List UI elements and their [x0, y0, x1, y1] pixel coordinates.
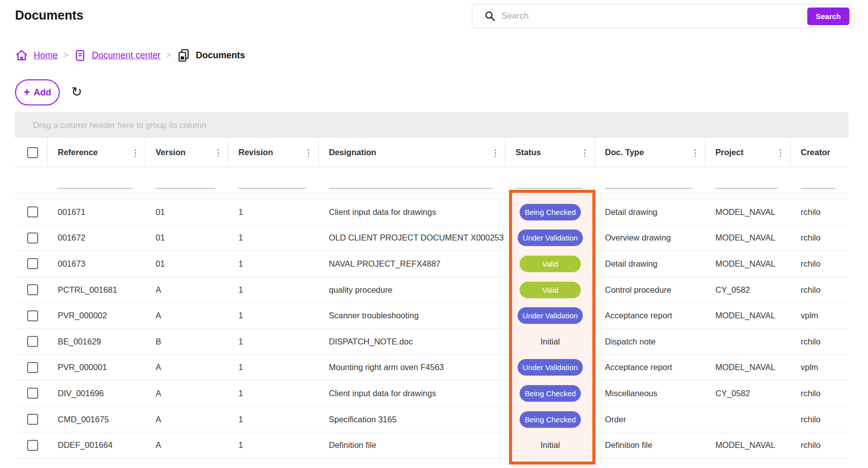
header-cell-reference[interactable]: Reference⋮ [48, 138, 146, 167]
group-panel[interactable]: Drag a column header here to group its c… [15, 112, 848, 138]
cell-text-reference: BE_001629 [58, 337, 101, 346]
row-checkbox[interactable] [27, 388, 38, 399]
cell-text-version: 01 [156, 259, 165, 269]
cell-revision: 1 [228, 199, 319, 225]
filter-input-project[interactable] [715, 176, 778, 189]
cell-text-doc_type: Detail drawing [605, 259, 658, 269]
row-checkbox[interactable] [27, 284, 38, 295]
cell-reference: 001672 [48, 225, 146, 251]
cell-text-version: 01 [156, 207, 165, 217]
cell-status: Valid [506, 277, 595, 303]
cell-text-revision: 1 [238, 389, 243, 398]
cell-text-creator: vplm [801, 363, 818, 372]
header-cell-status[interactable]: Status⋮ [506, 138, 595, 167]
table-row[interactable]: PVR_000002A1Scanner troubleshootingUnder… [15, 303, 848, 329]
cell-text-designation: Client input data for drawings [329, 389, 436, 398]
filter-input-designation[interactable] [329, 176, 492, 189]
filter-input-doc_type[interactable] [605, 176, 692, 189]
cell-reference: 001671 [48, 199, 146, 225]
row-checkbox[interactable] [27, 362, 38, 373]
table-row[interactable]: BE_001629B1DISPATCH_NOTE.docInitialDispa… [15, 329, 848, 355]
cell-doc_type: Acceptance report [595, 355, 705, 381]
cell-doc_type: Definition file [595, 432, 705, 458]
row-checkbox[interactable] [27, 440, 38, 451]
search-input[interactable] [495, 11, 853, 21]
add-button-label: Add [34, 87, 51, 98]
filter-cell-creator [791, 167, 848, 193]
column-menu-icon[interactable]: ⋮ [304, 148, 313, 158]
table-row[interactable]: 001673011NAVAL PROJECT_REFX4887ValidDeta… [15, 251, 848, 277]
table-row[interactable]: PCTRL_001681A1quality procedureValidCont… [15, 277, 848, 303]
cell-reference: BE_001629 [48, 329, 146, 355]
cell-designation: Mounting right arm oven F4563 [319, 355, 506, 381]
column-menu-icon[interactable]: ⋮ [491, 148, 500, 158]
table-row[interactable]: DIV_001696A1Client input data for drawin… [15, 381, 848, 407]
row-checkbox[interactable] [27, 336, 38, 347]
filter-input-revision[interactable] [238, 176, 306, 189]
row-checkbox[interactable] [27, 232, 38, 244]
cell-text-designation: Mounting right arm oven F4563 [329, 363, 444, 372]
select-all-checkbox[interactable] [27, 147, 38, 158]
status-cell: Being Checked [506, 385, 595, 402]
cell-version: A [146, 277, 228, 303]
filter-input-creator[interactable] [801, 176, 835, 189]
cell-select [15, 277, 48, 303]
cell-revision: 1 [228, 225, 319, 251]
cell-select [15, 251, 48, 277]
status-cell: Under Validation [506, 229, 595, 246]
header-cell-version[interactable]: Version⋮ [146, 138, 228, 167]
cell-text-reference: 001671 [58, 207, 85, 217]
cell-creator: rchilo [791, 329, 848, 355]
breadcrumb-link-document-center[interactable]: Document center [92, 50, 161, 61]
cell-text-version: A [156, 440, 161, 450]
breadcrumb-link-home[interactable]: Home [34, 50, 58, 61]
cell-version: 01 [146, 225, 228, 251]
cell-text-doc_type: Miscellaneous [605, 389, 658, 398]
search-button[interactable]: Search [807, 8, 849, 25]
cell-designation: Client input data for drawings [319, 199, 506, 225]
table-row[interactable]: DDEF_001664A1Definition fileInitialDefin… [15, 432, 848, 458]
table-row[interactable]: PVR_000001A1Mounting right arm oven F456… [15, 355, 848, 381]
row-checkbox[interactable] [27, 206, 38, 217]
row-checkbox[interactable] [27, 414, 38, 425]
header-cell-designation[interactable]: Designation⋮ [319, 138, 506, 167]
cell-status: Under Validation [506, 303, 595, 328]
cell-text-reference: PVR_000001 [58, 363, 107, 372]
grid-header-row: Reference⋮Version⋮Revision⋮Designation⋮S… [15, 138, 848, 167]
cell-project: CY_0582 [705, 277, 791, 303]
filter-cell-project [705, 167, 791, 193]
table-row[interactable]: CMD_001675A1Specification 3165Being Chec… [15, 407, 848, 433]
header-cell-doc_type[interactable]: Doc. Type⋮ [595, 138, 705, 167]
filter-input-status[interactable] [516, 176, 582, 189]
cell-status: Being Checked [506, 407, 595, 432]
row-checkbox[interactable] [27, 258, 38, 269]
filter-input-reference[interactable] [58, 176, 133, 189]
cell-text-reference: 001673 [58, 259, 85, 269]
cell-reference: PVR_000001 [48, 355, 146, 381]
cell-text-project: MODEL_NAVAL [715, 363, 776, 372]
cell-text-version: A [156, 285, 161, 295]
cell-text-creator: rchilo [801, 259, 820, 269]
column-menu-icon[interactable]: ⋮ [691, 148, 699, 158]
row-checkbox[interactable] [27, 310, 38, 321]
table-row[interactable]: 001672011OLD CLIENT PROJECT DOCUMENT X00… [15, 225, 848, 252]
add-button[interactable]: + Add [15, 79, 60, 105]
cell-select [15, 303, 48, 328]
header-cell-project[interactable]: Project⋮ [705, 138, 791, 167]
filter-input-version[interactable] [156, 176, 215, 189]
cell-select [15, 407, 48, 432]
column-menu-icon[interactable]: ⋮ [776, 148, 785, 158]
refresh-icon[interactable]: ↻ [71, 84, 82, 99]
header-cell-creator[interactable]: Creator [791, 138, 848, 167]
cell-designation: OLD CLIENT PROJECT DOCUMENT X000253 [319, 225, 506, 251]
cell-revision: 1 [228, 277, 319, 303]
table-row[interactable]: 001671011Client input data for drawingsB… [15, 199, 848, 225]
cell-doc_type: Overview drawing [595, 225, 705, 251]
column-menu-icon[interactable]: ⋮ [214, 148, 222, 158]
status-cell: Valid [506, 256, 595, 272]
column-menu-icon[interactable]: ⋮ [131, 148, 140, 158]
header-label-version: Version [156, 148, 186, 157]
column-menu-icon[interactable]: ⋮ [580, 148, 589, 158]
cell-creator: vplm [791, 355, 848, 381]
header-cell-revision[interactable]: Revision⋮ [228, 138, 319, 167]
